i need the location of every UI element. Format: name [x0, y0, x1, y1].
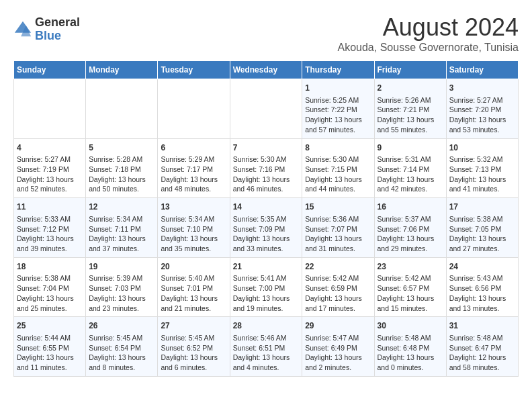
day-info-line: Daylight: 13 hours and 55 minutes. [378, 115, 443, 134]
day-info-line: Sunrise: 5:45 AM [161, 333, 226, 343]
page-header: General Blue August 2024 Akouda, Sousse … [13, 13, 519, 54]
day-number: 29 [305, 320, 371, 332]
day-number: 2 [378, 83, 443, 94]
day-info-line: Daylight: 13 hours and 44 minutes. [305, 175, 371, 194]
calendar-cell-5-3: 27Sunrise: 5:45 AMSunset: 6:52 PMDayligh… [158, 317, 230, 377]
day-info-line: Daylight: 13 hours and 57 minutes. [305, 115, 371, 134]
day-number: 23 [378, 261, 443, 273]
calendar-cell-5-5: 29Sunrise: 5:47 AMSunset: 6:49 PMDayligh… [302, 317, 374, 377]
day-number: 7 [233, 142, 300, 154]
day-number: 17 [449, 201, 515, 213]
header-day-tuesday: Tuesday [158, 61, 230, 79]
day-info-line: Daylight: 13 hours and 42 minutes. [378, 175, 443, 194]
day-info-line: Sunset: 7:04 PM [17, 283, 83, 293]
day-number: 31 [449, 320, 515, 332]
calendar-cell-2-5: 8Sunrise: 5:30 AMSunset: 7:15 PMDaylight… [302, 138, 374, 198]
day-info-line: Sunrise: 5:44 AM [17, 333, 83, 343]
day-info-line: Daylight: 13 hours and 33 minutes. [233, 234, 300, 253]
day-info-line: Sunrise: 5:34 AM [161, 214, 226, 224]
day-info-line: Sunrise: 5:40 AM [161, 273, 226, 283]
day-number: 8 [305, 142, 371, 154]
day-info-line: Sunset: 6:54 PM [89, 343, 154, 353]
day-info-line: Sunrise: 5:48 AM [378, 333, 443, 343]
calendar-cell-4-2: 19Sunrise: 5:39 AMSunset: 7:03 PMDayligh… [86, 257, 158, 317]
day-number: 15 [305, 201, 371, 213]
logo-icon [13, 20, 32, 39]
header-day-monday: Monday [86, 61, 158, 79]
calendar-cell-1-4 [230, 79, 302, 139]
day-number: 25 [17, 320, 83, 332]
calendar-cell-5-4: 28Sunrise: 5:46 AMSunset: 6:51 PMDayligh… [230, 317, 302, 377]
day-info-line: Sunrise: 5:27 AM [17, 154, 83, 165]
day-info-line: Sunrise: 5:30 AM [305, 154, 371, 165]
calendar-cell-5-2: 26Sunrise: 5:45 AMSunset: 6:54 PMDayligh… [86, 317, 158, 377]
calendar-cell-1-3 [158, 79, 230, 139]
day-info-line: Sunrise: 5:39 AM [89, 273, 154, 283]
day-info-line: Sunset: 7:13 PM [449, 165, 515, 175]
day-info-line: Sunrise: 5:46 AM [233, 333, 300, 343]
day-info-line: Sunset: 6:59 PM [305, 283, 371, 293]
day-info-line: Sunset: 7:05 PM [449, 224, 515, 234]
calendar-cell-2-6: 9Sunrise: 5:31 AMSunset: 7:14 PMDaylight… [374, 138, 446, 198]
day-info-line: Sunrise: 5:34 AM [89, 214, 154, 224]
day-info-line: Sunrise: 5:38 AM [449, 214, 515, 224]
day-info-line: Daylight: 13 hours and 21 minutes. [161, 293, 226, 313]
day-info-line: Sunrise: 5:36 AM [305, 214, 371, 224]
day-info-line: Sunrise: 5:28 AM [89, 154, 154, 165]
day-info-line: Sunset: 7:15 PM [305, 165, 371, 175]
day-info-line: Sunset: 7:19 PM [17, 165, 83, 175]
day-info-line: Sunset: 7:20 PM [449, 105, 515, 115]
calendar-cell-4-7: 24Sunrise: 5:43 AMSunset: 6:56 PMDayligh… [446, 257, 518, 317]
day-info-line: Sunset: 6:49 PM [305, 343, 371, 353]
header-day-wednesday: Wednesday [230, 61, 302, 79]
calendar-cell-3-1: 11Sunrise: 5:33 AMSunset: 7:12 PMDayligh… [14, 198, 86, 258]
week-row-1: 1Sunrise: 5:25 AMSunset: 7:22 PMDaylight… [14, 79, 519, 139]
day-info-line: Sunset: 6:57 PM [378, 283, 443, 293]
header-row: SundayMondayTuesdayWednesdayThursdayFrid… [14, 61, 519, 79]
day-info-line: Sunset: 7:01 PM [161, 283, 226, 293]
day-info-line: Daylight: 13 hours and 23 minutes. [89, 293, 154, 313]
day-info-line: Sunset: 6:56 PM [449, 283, 515, 293]
day-number: 3 [449, 83, 515, 94]
day-info-line: Daylight: 13 hours and 8 minutes. [89, 353, 154, 372]
calendar-cell-3-5: 15Sunrise: 5:36 AMSunset: 7:07 PMDayligh… [302, 198, 374, 258]
calendar-cell-3-4: 14Sunrise: 5:35 AMSunset: 7:09 PMDayligh… [230, 198, 302, 258]
day-info-line: Sunrise: 5:38 AM [17, 273, 83, 283]
day-number: 11 [17, 201, 83, 213]
logo: General Blue [13, 16, 80, 43]
day-number: 21 [233, 261, 300, 273]
day-info-line: Daylight: 13 hours and 37 minutes. [89, 234, 154, 253]
day-number: 30 [378, 320, 443, 332]
calendar-cell-5-1: 25Sunrise: 5:44 AMSunset: 6:55 PMDayligh… [14, 317, 86, 377]
day-info-line: Sunrise: 5:31 AM [378, 154, 443, 165]
day-info-line: Sunset: 7:07 PM [305, 224, 371, 234]
calendar-cell-3-2: 12Sunrise: 5:34 AMSunset: 7:11 PMDayligh… [86, 198, 158, 258]
calendar-cell-2-7: 10Sunrise: 5:32 AMSunset: 7:13 PMDayligh… [446, 138, 518, 198]
day-info-line: Daylight: 13 hours and 6 minutes. [161, 353, 226, 372]
day-number: 6 [161, 142, 226, 154]
calendar-cell-1-2 [86, 79, 158, 139]
day-info-line: Daylight: 13 hours and 52 minutes. [17, 175, 83, 194]
day-info-line: Sunset: 6:51 PM [233, 343, 300, 353]
day-info-line: Daylight: 13 hours and 31 minutes. [305, 234, 371, 253]
day-info-line: Sunset: 7:12 PM [17, 224, 83, 234]
day-info-line: Sunrise: 5:45 AM [89, 333, 154, 343]
day-info-line: Sunset: 6:55 PM [17, 343, 83, 353]
day-number: 16 [378, 201, 443, 213]
day-number: 28 [233, 320, 300, 332]
day-info-line: Daylight: 13 hours and 53 minutes. [449, 115, 515, 134]
day-info-line: Daylight: 13 hours and 41 minutes. [449, 175, 515, 194]
day-info-line: Sunrise: 5:32 AM [449, 154, 515, 165]
day-info-line: Daylight: 12 hours and 58 minutes. [449, 353, 515, 372]
day-info-line: Daylight: 13 hours and 19 minutes. [233, 293, 300, 313]
day-info-line: Sunset: 6:52 PM [161, 343, 226, 353]
day-number: 9 [378, 142, 443, 154]
day-info-line: Daylight: 13 hours and 39 minutes. [17, 234, 83, 253]
header-day-thursday: Thursday [302, 61, 374, 79]
day-number: 12 [89, 201, 154, 213]
day-info-line: Sunrise: 5:48 AM [449, 333, 515, 343]
month-title: August 2024 [338, 13, 519, 42]
week-row-2: 4Sunrise: 5:27 AMSunset: 7:19 PMDaylight… [14, 138, 519, 198]
day-info-line: Sunset: 7:10 PM [161, 224, 226, 234]
day-info-line: Sunset: 7:09 PM [233, 224, 300, 234]
